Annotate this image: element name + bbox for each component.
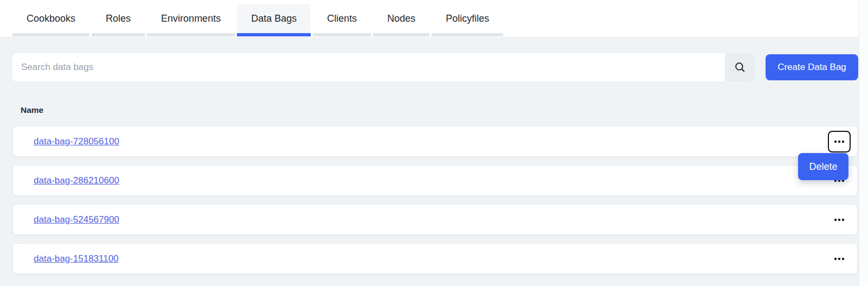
tab-bar: Cookbooks Roles Environments Data Bags C… <box>0 0 868 37</box>
tab-environments[interactable]: Environments <box>147 0 235 37</box>
name-column-header: Name <box>21 105 868 115</box>
data-bag-link[interactable]: data-bag-524567900 <box>34 214 119 225</box>
tab-data-bags[interactable]: Data Bags <box>237 0 311 37</box>
tab-clients[interactable]: Clients <box>313 0 371 37</box>
search-bar <box>12 53 755 81</box>
delete-menu-item[interactable]: Delete <box>809 161 837 173</box>
ellipsis-icon <box>834 258 844 260</box>
table-row: data-bag-524567900 <box>12 204 858 235</box>
row-menu-button[interactable] <box>828 209 851 231</box>
search-input[interactable] <box>12 53 725 81</box>
row-menu-popup: Delete <box>798 153 848 180</box>
ellipsis-icon <box>834 141 844 143</box>
create-data-bag-button[interactable]: Create Data Bag <box>766 54 858 80</box>
data-bag-link[interactable]: data-bag-286210600 <box>34 175 119 186</box>
tab-nodes[interactable]: Nodes <box>373 0 429 37</box>
tab-cookbooks[interactable]: Cookbooks <box>12 0 89 37</box>
data-bag-link[interactable]: data-bag-151831100 <box>34 253 119 264</box>
search-icon <box>734 61 746 73</box>
scrollbar[interactable] <box>859 0 868 286</box>
row-menu-button[interactable] <box>828 248 851 270</box>
search-button[interactable] <box>725 53 755 81</box>
toolbar: Create Data Bag <box>12 53 858 81</box>
table-row: data-bag-151831100 <box>12 243 858 274</box>
ellipsis-icon <box>834 219 844 221</box>
data-bag-link[interactable]: data-bag-728056100 <box>34 136 119 147</box>
data-bag-list: data-bag-728056100 Delete data-bag-28621… <box>12 126 858 274</box>
table-row: data-bag-728056100 Delete <box>12 126 858 157</box>
tab-policyfiles[interactable]: Policyfiles <box>432 0 503 37</box>
tab-roles[interactable]: Roles <box>92 0 145 37</box>
table-row: data-bag-286210600 <box>12 165 858 196</box>
row-menu-button[interactable] <box>828 131 851 152</box>
